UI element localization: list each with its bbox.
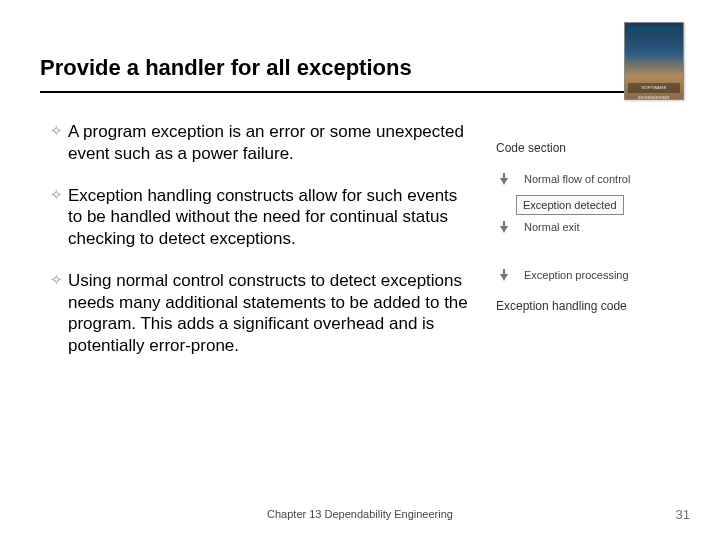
book-cover-image: SOFTWARE ENGINEERING <box>624 22 684 100</box>
diagram-row: Normal exit <box>492 221 680 233</box>
diagram-label: Exception processing <box>516 269 680 281</box>
page-number: 31 <box>676 507 690 522</box>
page-title: Provide a handler for all exceptions <box>40 55 680 81</box>
footer-caption: Chapter 13 Dependability Engineering <box>0 508 720 520</box>
bullet-text: Using normal control constructs to detec… <box>68 270 474 357</box>
content-row: ✧ A program exception is an error or som… <box>40 121 680 377</box>
exception-flow-diagram: Code section Normal flow of control Exce… <box>492 141 680 377</box>
list-item: ✧ A program exception is an error or som… <box>50 121 474 165</box>
arrow-down-icon <box>492 173 516 185</box>
slide: SOFTWARE ENGINEERING Provide a handler f… <box>0 0 720 540</box>
list-item: ✧ Using normal control constructs to det… <box>50 270 474 357</box>
diagram-label: Normal flow of control <box>516 173 680 185</box>
bullet-marker-icon: ✧ <box>50 185 68 205</box>
diagram-footer: Exception handling code <box>492 299 680 313</box>
bullet-text: A program exception is an error or some … <box>68 121 474 165</box>
list-item: ✧ Exception handling constructs allow fo… <box>50 185 474 250</box>
book-cover-accent <box>628 27 680 32</box>
book-cover-title: SOFTWARE ENGINEERING <box>628 83 680 93</box>
bullet-text: Exception handling constructs allow for … <box>68 185 474 250</box>
arrow-down-icon <box>492 269 516 281</box>
bullet-marker-icon: ✧ <box>50 270 68 290</box>
diagram-box: Exception detected <box>516 195 624 215</box>
diagram-header: Code section <box>492 141 680 155</box>
diagram-row: Exception processing <box>492 269 680 281</box>
arrow-down-icon <box>492 221 516 233</box>
bullet-marker-icon: ✧ <box>50 121 68 141</box>
diagram-row: Exception detected <box>492 195 680 215</box>
diagram-row: Normal flow of control <box>492 173 680 185</box>
bullet-list: ✧ A program exception is an error or som… <box>40 121 478 377</box>
title-rule <box>40 91 680 93</box>
diagram-label: Normal exit <box>516 221 680 233</box>
